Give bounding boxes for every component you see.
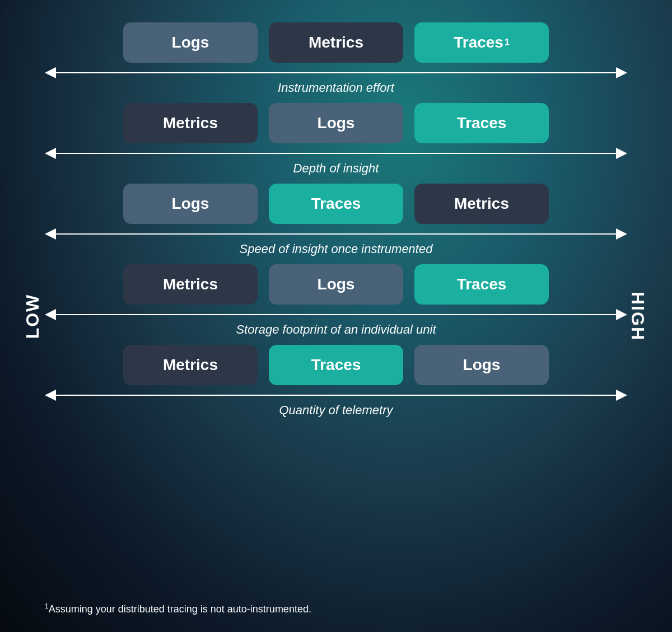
footnote-superscript: 1 bbox=[45, 602, 49, 610]
arrow-body-3 bbox=[56, 233, 616, 235]
arrow-label-quantity: Quantity of telemetry bbox=[279, 403, 393, 418]
arrow-body-2 bbox=[56, 153, 616, 154]
pill-logs-1: Logs bbox=[123, 22, 258, 63]
pills-row-speed: Logs Traces Metrics bbox=[45, 184, 627, 224]
pill-traces-5: Traces bbox=[269, 345, 403, 385]
pill-metrics-5: Metrics bbox=[123, 345, 258, 385]
arrow-right-head-5 bbox=[616, 390, 627, 401]
row-instrumentation: Logs Metrics Traces1 Instrumentation eff… bbox=[45, 22, 627, 100]
arrow-right-head-4 bbox=[616, 309, 627, 320]
arrow-label-instrumentation: Instrumentation effort bbox=[278, 81, 394, 95]
arrow-left-head-3 bbox=[45, 228, 56, 240]
arrow-depth bbox=[45, 148, 627, 159]
superscript-1: 1 bbox=[505, 38, 510, 48]
arrow-instrumentation bbox=[45, 67, 627, 78]
row-speed: Logs Traces Metrics Speed of insight onc… bbox=[45, 184, 627, 261]
arrow-label-storage: Storage footprint of an individual unit bbox=[236, 322, 436, 337]
arrow-label-depth: Depth of insight bbox=[293, 161, 379, 176]
pills-row-instrumentation: Logs Metrics Traces1 bbox=[45, 22, 627, 63]
arrow-quantity bbox=[45, 390, 627, 401]
pills-row-storage: Metrics Logs Traces bbox=[45, 264, 627, 305]
pill-logs-3: Logs bbox=[123, 184, 258, 224]
pill-logs-5: Logs bbox=[414, 345, 549, 385]
main-container: Logs Metrics Traces1 Instrumentation eff… bbox=[45, 22, 627, 598]
pill-metrics-1: Metrics bbox=[269, 22, 403, 63]
row-storage: Metrics Logs Traces Storage footprint of… bbox=[45, 264, 627, 341]
arrow-label-speed: Speed of insight once instrumented bbox=[240, 242, 433, 256]
arrow-body-4 bbox=[56, 314, 616, 315]
low-label: LOW bbox=[22, 293, 43, 339]
arrow-left-head-2 bbox=[45, 148, 56, 159]
row-depth: Metrics Logs Traces Depth of insight bbox=[45, 103, 627, 180]
arrow-left-head-5 bbox=[45, 390, 56, 401]
arrow-right-head-2 bbox=[616, 148, 627, 159]
pill-logs-2: Logs bbox=[269, 103, 403, 143]
footnote-text: Assuming your distributed tracing is not… bbox=[49, 603, 311, 615]
pill-logs-4: Logs bbox=[269, 264, 403, 305]
pill-traces-1: Traces1 bbox=[414, 22, 549, 63]
pills-row-quantity: Metrics Traces Logs bbox=[45, 345, 627, 385]
arrow-body-1 bbox=[56, 72, 616, 73]
pill-metrics-2: Metrics bbox=[123, 103, 258, 143]
pills-row-depth: Metrics Logs Traces bbox=[45, 103, 627, 143]
arrow-left-head-4 bbox=[45, 309, 56, 320]
arrow-right-head-3 bbox=[616, 228, 627, 240]
arrow-storage bbox=[45, 309, 627, 320]
pill-traces-4: Traces bbox=[414, 264, 549, 305]
high-label: HIGH bbox=[627, 292, 648, 341]
pill-metrics-4: Metrics bbox=[123, 264, 258, 305]
pill-traces-2: Traces bbox=[414, 103, 549, 143]
pill-traces-3: Traces bbox=[269, 184, 403, 224]
arrow-right-head-1 bbox=[616, 67, 627, 78]
row-quantity: Metrics Traces Logs Quantity of telemetr… bbox=[45, 345, 627, 422]
footnote: 1Assuming your distributed tracing is no… bbox=[45, 602, 311, 615]
arrow-body-5 bbox=[56, 395, 616, 396]
arrow-speed bbox=[45, 228, 627, 240]
arrow-left-head-1 bbox=[45, 67, 56, 78]
pill-metrics-3: Metrics bbox=[414, 184, 549, 224]
